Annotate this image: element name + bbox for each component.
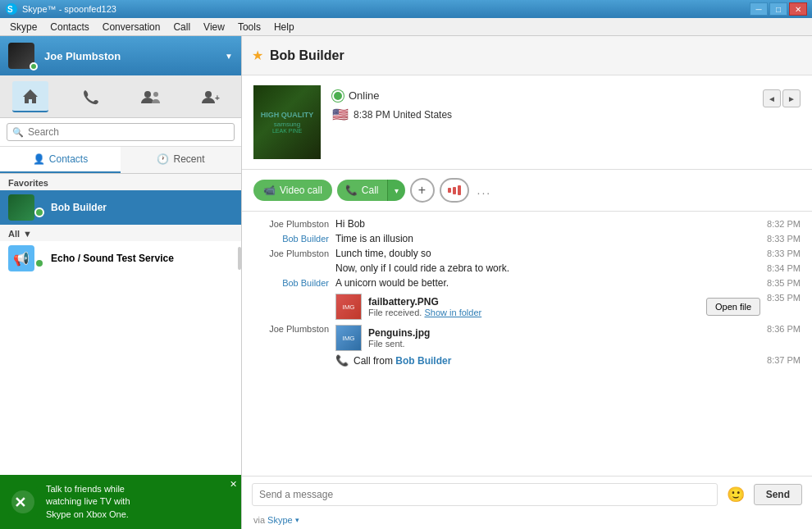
svg-point-4 (153, 92, 158, 97)
xbox-close-button[interactable]: ✕ (230, 479, 237, 490)
action-buttons: 📹 Video call 📞 Call ▾ + ... (242, 170, 812, 212)
contact-name: Bob Builder (51, 202, 233, 213)
contacts-icon: 👤 (33, 153, 45, 165)
msg-sender: Joe Plumbston (253, 248, 335, 259)
status-row: Online (332, 89, 751, 102)
file-thumbnail: IMG (335, 325, 362, 351)
contact-name: Echo / Sound Test Service (51, 253, 233, 264)
more-options-button[interactable]: ... (477, 184, 492, 197)
file-info: failbattery.PNG File received. Show in f… (368, 296, 700, 317)
nav-arrows: ◄ ► (763, 85, 801, 107)
profile-name: Joe Plumbston (44, 50, 218, 62)
nav-icons: + (0, 75, 241, 118)
location-row: 🇺🇸 8:38 PM United States (332, 107, 751, 122)
location-text: 8:38 PM United States (354, 109, 452, 121)
flag-icon: 🇺🇸 (332, 107, 349, 122)
msg-sender (253, 262, 335, 274)
table-row: Bob Builder Time is an illusion 8:33 PM (253, 233, 801, 244)
profile-nav-prev[interactable]: ◄ (763, 89, 781, 107)
minimize-button[interactable]: ─ (750, 2, 768, 16)
msg-time: 8:33 PM (760, 233, 801, 244)
profile-photo-inner: HIGH QUALITY samsung LEAK PINE (253, 85, 321, 159)
svg-point-3 (144, 91, 151, 98)
maximize-button[interactable]: □ (769, 2, 787, 16)
open-file-button[interactable]: Open file (706, 298, 760, 316)
contact-header-name: Bob Builder (270, 48, 344, 63)
profile-nav-next[interactable]: ► (782, 89, 801, 107)
menu-call[interactable]: Call (167, 20, 197, 34)
call-button-group: 📞 Call ▾ (337, 180, 405, 201)
sidebar-item-bob-builder[interactable]: Bob Builder (0, 190, 241, 225)
tab-recent[interactable]: 🕐 Recent (121, 147, 241, 173)
menu-skype[interactable]: Skype (3, 20, 43, 34)
favorites-header: Favorites (0, 174, 241, 190)
via-dropdown-arrow[interactable]: ▾ (295, 516, 299, 524)
contact-header: ★ Bob Builder (242, 36, 812, 75)
table-row: Joe Plumbston Lunch time, doubly so 8:33… (253, 248, 801, 259)
nav-contacts-button[interactable] (133, 81, 169, 112)
nav-add-contact-button[interactable]: + (193, 81, 229, 112)
menu-help[interactable]: Help (267, 20, 301, 34)
add-to-call-button[interactable]: + (410, 178, 435, 203)
menu-view[interactable]: View (197, 20, 231, 34)
all-dropdown-icon[interactable]: ▼ (23, 229, 32, 239)
table-row: Bob Builder A unicorn would be better. 8… (253, 277, 801, 289)
favorite-star-icon[interactable]: ★ (252, 48, 263, 63)
nav-calls-button[interactable] (72, 81, 108, 112)
table-row: Joe Plumbston IMG Penguins.jpg File sent… (253, 323, 801, 351)
file-action: File sent. (368, 339, 760, 349)
avatar: 📢 (8, 245, 34, 271)
contact-info: Bob Builder (51, 202, 233, 213)
signal-bar-3 (458, 185, 461, 195)
call-dropdown-arrow[interactable]: ▾ (387, 180, 405, 201)
caller-name: Bob Builder (395, 355, 451, 367)
search-icon: 🔍 (12, 127, 24, 138)
msg-content: A unicorn would be better. (335, 277, 760, 289)
table-row: Joe Plumbston Hi Bob 8:32 PM (253, 218, 801, 230)
file-action: File received. Show in folder (368, 308, 700, 317)
chat-area[interactable]: Joe Plumbston Hi Bob 8:32 PM Bob Builder… (242, 212, 812, 476)
profile-photo: HIGH QUALITY samsung LEAK PINE (253, 85, 321, 159)
avatar (8, 194, 34, 221)
table-row: Now, only if I could ride a zebra to wor… (253, 262, 801, 274)
search-input[interactable] (28, 126, 229, 138)
signal-quality-button[interactable] (440, 178, 469, 203)
tab-contacts[interactable]: 👤 Contacts (0, 147, 121, 173)
sidebar-item-echo-service[interactable]: 📢 Echo / Sound Test Service (0, 241, 241, 276)
menu-conversation[interactable]: Conversation (96, 20, 167, 34)
via-skype-link[interactable]: Skype (267, 515, 293, 525)
window-controls[interactable]: ─ □ ✕ (750, 2, 807, 16)
msg-time: 8:33 PM (760, 248, 801, 259)
menu-tools[interactable]: Tools (231, 20, 267, 34)
menu-contacts[interactable]: Contacts (43, 20, 95, 34)
xbox-logo: ✕ (8, 487, 38, 517)
call-notification: 📞 Call from Bob Builder (335, 354, 760, 367)
msg-sender: Bob Builder (253, 277, 335, 289)
video-call-button[interactable]: 📹 Video call (253, 180, 332, 201)
nav-home-button[interactable] (12, 81, 48, 112)
msg-content: Now, only if I could ride a zebra to wor… (335, 262, 760, 274)
table-row: 📞 Call from Bob Builder 8:37 PM (253, 354, 801, 370)
msg-content: IMG Penguins.jpg File sent. (335, 323, 760, 351)
resize-handle[interactable] (238, 247, 241, 270)
call-notification-icon: 📞 (335, 354, 349, 367)
via-label: via (253, 515, 265, 525)
call-button[interactable]: 📞 Call (337, 180, 387, 201)
profile-section: HIGH QUALITY samsung LEAK PINE Online 🇺🇸… (242, 75, 812, 170)
close-button[interactable]: ✕ (789, 2, 807, 16)
search-input-wrap[interactable]: 🔍 (7, 123, 235, 141)
msg-content: IMG failbattery.PNG File received. Show … (335, 292, 760, 320)
send-button[interactable]: Send (754, 484, 802, 505)
contact-info: Echo / Sound Test Service (51, 253, 233, 264)
emoji-button[interactable]: 🙂 (724, 483, 747, 506)
message-input[interactable] (252, 483, 718, 506)
video-icon: 📹 (263, 185, 276, 196)
profile-dropdown-arrow[interactable]: ▼ (225, 52, 233, 61)
show-in-folder-link[interactable]: Show in folder (424, 308, 481, 317)
sidebar: Joe Plumbston ▼ + 🔍 (0, 36, 242, 529)
file-sent: IMG Penguins.jpg File sent. (335, 325, 760, 351)
msg-sender: Joe Plumbston (253, 323, 335, 351)
msg-sender: Bob Builder (253, 233, 335, 244)
all-header: All ▼ (0, 225, 241, 241)
msg-sender (253, 292, 335, 320)
